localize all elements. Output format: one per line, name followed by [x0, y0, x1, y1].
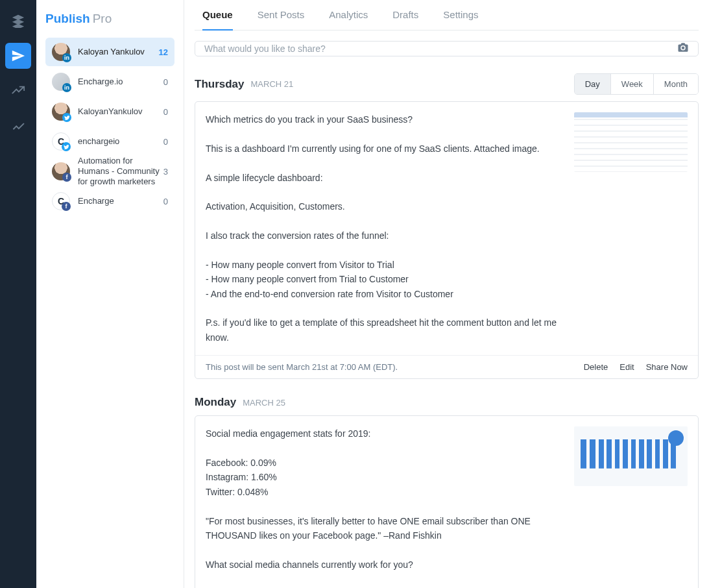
tab-queue[interactable]: Queue [202, 9, 233, 31]
analyze-nav-icon[interactable] [5, 113, 31, 139]
share-now-button[interactable]: Share Now [646, 362, 688, 372]
edit-button[interactable]: Edit [619, 362, 634, 372]
tab-drafts[interactable]: Drafts [392, 9, 418, 31]
post-thumbnail[interactable] [574, 112, 688, 172]
tw-badge-icon [62, 113, 71, 122]
account-avatar: C [52, 132, 70, 151]
day-of-week: Thursday [195, 78, 245, 91]
day-of-week: Monday [195, 396, 236, 409]
accounts-sidebar: Publish Pro inKaloyan Yankulov12inEnchar… [36, 0, 184, 588]
account-name: Automation for Humans - Community for gr… [78, 156, 163, 188]
in-badge-icon: in [62, 83, 71, 92]
brand: Publish Pro [36, 0, 184, 35]
account-count: 3 [163, 167, 168, 177]
camera-icon[interactable] [677, 42, 689, 56]
main-panel: QueueSent PostsAnalyticsDraftsSettings T… [184, 0, 709, 588]
reply-nav-icon[interactable] [5, 78, 31, 104]
fb-badge-icon: f [62, 173, 71, 182]
composer[interactable] [195, 41, 699, 56]
tab-settings[interactable]: Settings [443, 9, 478, 31]
account-count: 0 [163, 197, 168, 206]
sidebar-account[interactable]: fAutomation for Humans - Community for g… [45, 157, 174, 186]
day-header: MondayMARCH 25 [195, 396, 699, 409]
post-thumbnail[interactable] [574, 426, 688, 486]
view-toggle: DayWeekMonth [574, 73, 699, 95]
account-name: KaloyanYankulov [78, 106, 163, 117]
delete-button[interactable]: Delete [584, 362, 608, 372]
post-footer: This post will be sent March 21st at 7:0… [195, 355, 698, 378]
account-avatar: in [52, 73, 70, 91]
sidebar-account[interactable]: inKaloyan Yankulov12 [45, 38, 174, 66]
account-name: Kaloyan Yankulov [78, 47, 159, 57]
tabs: QueueSent PostsAnalyticsDraftsSettings [195, 0, 699, 31]
sidebar-account[interactable]: CfEncharge0 [45, 187, 174, 215]
account-name: enchargeio [78, 136, 163, 147]
view-month-button[interactable]: Month [653, 74, 698, 94]
queued-post[interactable]: Which metrics do you track in your SaaS … [195, 101, 699, 379]
day-date: MARCH 25 [243, 398, 285, 408]
account-list: inKaloyan Yankulov12inEncharge.io0Kaloya… [36, 35, 184, 217]
tw-badge-icon [62, 142, 71, 151]
fb-badge-icon: f [62, 202, 71, 211]
tab-analytics[interactable]: Analytics [329, 9, 368, 31]
view-day-button[interactable]: Day [575, 74, 610, 94]
brand-pro: Pro [93, 12, 112, 26]
post-text: Social media engagement stats for 2019: … [206, 426, 562, 588]
buffer-logo-icon[interactable] [5, 8, 31, 34]
account-count: 0 [163, 107, 168, 117]
in-badge-icon: in [62, 53, 71, 62]
queued-post[interactable]: Social media engagement stats for 2019: … [195, 415, 699, 588]
publish-nav-icon[interactable] [5, 43, 31, 69]
post-schedule-text: This post will be sent March 21st at 7:0… [206, 362, 572, 372]
account-count: 0 [163, 77, 168, 87]
view-week-button[interactable]: Week [610, 74, 653, 94]
composer-input[interactable] [204, 43, 677, 54]
day-date: MARCH 21 [251, 79, 294, 89]
account-count: 12 [159, 47, 168, 57]
account-name: Encharge.io [78, 77, 163, 87]
account-avatar: Cf [52, 192, 70, 210]
account-avatar [52, 103, 70, 121]
account-count: 0 [163, 137, 168, 147]
app-rail [0, 0, 36, 588]
sidebar-account[interactable]: inEncharge.io0 [45, 67, 174, 96]
post-text: Which metrics do you track in your SaaS … [206, 112, 562, 345]
sidebar-account[interactable]: Cenchargeio0 [45, 127, 174, 156]
account-name: Encharge [78, 196, 163, 206]
account-avatar: f [52, 162, 70, 180]
tab-sent-posts[interactable]: Sent Posts [258, 9, 305, 31]
day-header: ThursdayMARCH 21DayWeekMonth [195, 73, 699, 95]
brand-publish: Publish [45, 12, 90, 26]
account-avatar: in [52, 43, 70, 61]
sidebar-account[interactable]: KaloyanYankulov0 [45, 97, 174, 126]
